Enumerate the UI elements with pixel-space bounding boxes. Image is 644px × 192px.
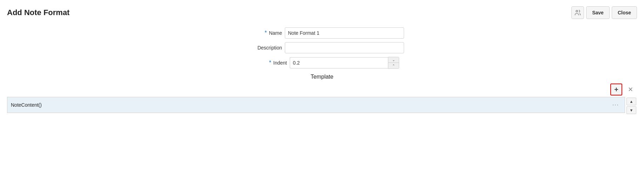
template-row-text: NoteContent() (11, 102, 42, 108)
people-button[interactable] (571, 6, 584, 19)
indent-label: * Indent (245, 60, 287, 66)
svg-point-0 (576, 10, 578, 12)
name-row: * Name (240, 27, 404, 39)
page-title: Add Note Format (7, 8, 69, 17)
description-row: Description (240, 42, 404, 53)
name-label: * Name (240, 30, 282, 36)
template-section-label: Template (7, 74, 637, 80)
delete-row-button[interactable]: ✕ (625, 84, 636, 95)
header-actions: Save Close (571, 6, 637, 19)
indent-input[interactable] (290, 57, 388, 68)
close-button[interactable]: Close (612, 6, 637, 19)
template-row-actions: ··· (610, 101, 621, 109)
move-down-button[interactable]: ▼ (626, 106, 636, 114)
name-input[interactable] (285, 27, 404, 39)
row-options-button[interactable]: ··· (610, 101, 621, 109)
add-row-button[interactable]: + (610, 84, 622, 95)
template-section: NoteContent() ··· ▲ ▼ (7, 97, 637, 114)
indent-input-group: ⌄ ⌃ (290, 57, 399, 69)
move-arrows: ▲ ▼ (625, 97, 637, 114)
description-label: Description (240, 45, 282, 51)
form-area: * Name Description * Indent ⌄ ⌃ (7, 27, 637, 69)
indent-down-button[interactable]: ⌄ (388, 57, 399, 63)
people-icon (574, 9, 581, 16)
description-input[interactable] (285, 42, 404, 53)
indent-stepper: ⌄ ⌃ (388, 57, 399, 69)
template-row: NoteContent() ··· (7, 97, 625, 113)
required-star-indent: * (269, 60, 271, 66)
template-toolbar: + ✕ (7, 84, 637, 95)
template-main: NoteContent() ··· (7, 97, 625, 113)
indent-up-button[interactable]: ⌃ (388, 63, 399, 68)
required-star-name: * (265, 30, 267, 36)
page-header: Add Note Format Save Close (7, 6, 637, 19)
move-up-button[interactable]: ▲ (626, 98, 636, 105)
save-button[interactable]: Save (586, 6, 610, 19)
indent-row: * Indent ⌄ ⌃ (245, 57, 399, 69)
